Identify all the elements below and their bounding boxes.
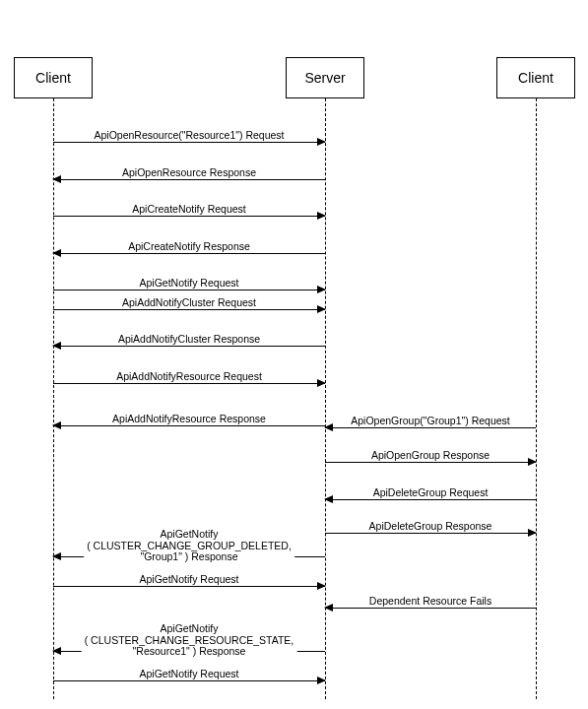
participant-client-right: Client [496, 57, 575, 98]
msg-label: ApiOpenGroup("Group1") Request [348, 416, 513, 427]
msg-label: ApiGetNotify ( CLUSTER_CHANGE_RESOURCE_S… [82, 623, 297, 658]
msg-api-open-group-response: ApiOpenGroup Response [325, 453, 536, 471]
participant-label: Client [35, 70, 71, 86]
participant-label: Client [518, 70, 554, 86]
msg-label-line: ( CLUSTER_CHANGE_RESOURCE_STATE, [85, 634, 294, 646]
msg-label: ApiDeleteGroup Request [370, 487, 491, 499]
msg-label: ApiGetNotify ( CLUSTER_CHANGE_GROUP_DELE… [84, 529, 294, 563]
msg-label-line: ApiGetNotify [161, 622, 219, 634]
msg-label: ApiOpenResource("Resource1") Request [91, 130, 287, 142]
msg-label: ApiGetNotify Request [137, 574, 242, 586]
msg-label: ApiCreateNotify Request [129, 204, 249, 216]
participant-label: Server [304, 70, 345, 86]
msg-api-delete-group-request: ApiDeleteGroup Request [325, 490, 536, 508]
msg-label: ApiCreateNotify Response [125, 241, 253, 253]
msg-label-line: "Resource1" ) Response [133, 645, 246, 657]
msg-api-delete-group-response: ApiDeleteGroup Response [325, 524, 536, 542]
msg-label: ApiDeleteGroup Response [366, 521, 495, 533]
msg-label: ApiOpenResource Response [119, 167, 259, 179]
participant-server: Server [286, 57, 364, 98]
msg-label: ApiAddNotifyResource Response [109, 414, 269, 425]
msg-label: Dependent Resource Fails [366, 596, 494, 608]
msg-label: ApiAddNotifyCluster Response [115, 334, 263, 346]
msg-api-open-resource-request: ApiOpenResource("Resource1") Request [53, 133, 325, 151]
msg-label: ApiGetNotify Request [137, 669, 242, 680]
msg-api-create-notify-response: ApiCreateNotify Response [53, 244, 325, 262]
lifeline-client-right [536, 98, 537, 699]
msg-api-get-notify-request-3: ApiGetNotify Request [53, 672, 325, 689]
msg-api-add-notify-resource-response: ApiAddNotifyResource Response [53, 417, 325, 434]
participant-client-left: Client [14, 57, 93, 98]
msg-label: ApiGetNotify Request [137, 278, 242, 290]
msg-api-add-notify-cluster-response: ApiAddNotifyCluster Response [53, 337, 325, 354]
msg-api-add-notify-resource-request: ApiAddNotifyResource Request [53, 374, 325, 392]
msg-label: ApiAddNotifyResource Request [113, 371, 265, 383]
msg-api-get-notify-request-1: ApiGetNotify Request [53, 281, 325, 298]
msg-api-create-notify-request: ApiCreateNotify Request [53, 207, 325, 225]
msg-label-line: ( CLUSTER_CHANGE_GROUP_DELETED, [87, 540, 292, 551]
msg-label-line: "Group1" ) Response [140, 550, 237, 562]
msg-dependent-resource-fails: Dependent Resource Fails [325, 599, 536, 616]
msg-api-open-resource-response: ApiOpenResource Response [53, 170, 325, 188]
lifeline-client-left [53, 98, 54, 699]
msg-label: ApiOpenGroup Response [368, 450, 492, 462]
msg-api-add-notify-cluster-request: ApiAddNotifyCluster Request [53, 300, 325, 318]
msg-label: ApiAddNotifyCluster Request [119, 297, 259, 309]
msg-api-get-notify-request-2: ApiGetNotify Request [53, 577, 325, 595]
msg-api-get-notify-resource-state-response: ApiGetNotify ( CLUSTER_CHANGE_RESOURCE_S… [53, 642, 325, 660]
msg-api-open-group-request: ApiOpenGroup("Group1") Request [325, 419, 536, 436]
msg-api-get-notify-group-deleted-response: ApiGetNotify ( CLUSTER_CHANGE_GROUP_DELE… [53, 548, 325, 565]
msg-label-line: ApiGetNotify [161, 528, 219, 540]
